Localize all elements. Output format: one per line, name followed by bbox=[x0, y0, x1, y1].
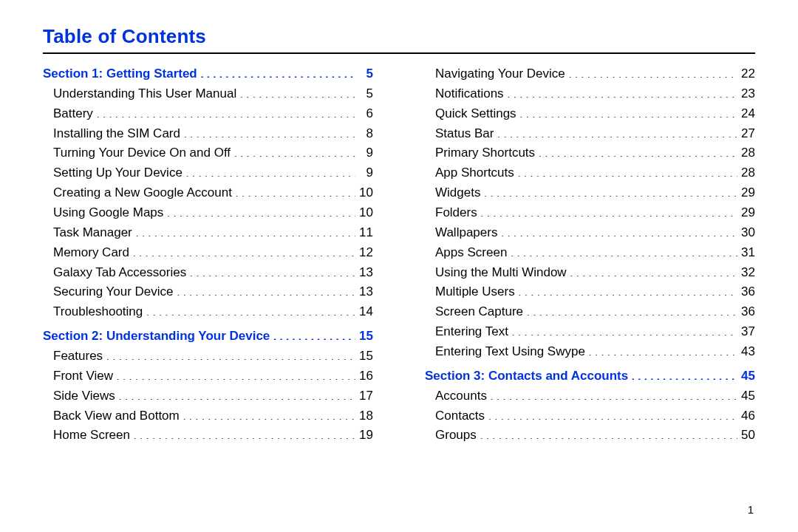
toc-entry-label: Multiple Users bbox=[435, 282, 517, 302]
toc-entry-row[interactable]: Apps Screen 31 bbox=[425, 243, 755, 263]
toc-entry-row[interactable]: Status Bar 27 bbox=[425, 124, 755, 144]
toc-entry-row[interactable]: Securing Your Device 13 bbox=[43, 282, 373, 302]
toc-entry-row[interactable]: Groups 50 bbox=[425, 426, 755, 446]
toc-page-number: 45 bbox=[739, 366, 755, 386]
toc-entry-row[interactable]: Task Manager 11 bbox=[43, 223, 373, 243]
toc-entry-label: Widgets bbox=[435, 183, 483, 203]
toc-entry-row[interactable]: Memory Card 12 bbox=[43, 243, 373, 263]
toc-page-number: 14 bbox=[357, 302, 373, 322]
toc-entry-row[interactable]: Screen Capture 36 bbox=[425, 302, 755, 322]
toc-entry-label: Quick Settings bbox=[435, 104, 519, 124]
toc-entry-label: Troubleshooting bbox=[53, 302, 146, 322]
toc-dot-leader bbox=[183, 407, 355, 420]
title-divider bbox=[43, 52, 755, 54]
toc-dot-leader bbox=[568, 65, 737, 78]
toc-page-number: 9 bbox=[357, 163, 373, 183]
toc-entry-label: Notifications bbox=[435, 84, 506, 104]
toc-dot-leader bbox=[273, 327, 355, 340]
toc-section-row[interactable]: Section 1: Getting Started 5 bbox=[43, 64, 373, 84]
toc-section-row[interactable]: Section 3: Contacts and Accounts 45 bbox=[425, 366, 755, 386]
toc-dot-leader bbox=[519, 105, 737, 117]
toc-entry-label: Entering Text Using Swype bbox=[435, 342, 587, 362]
toc-right-column: Navigating Your Device 22Notifications 2… bbox=[425, 64, 755, 446]
toc-entry-row[interactable]: Setting Up Your Device 9 bbox=[43, 163, 373, 183]
toc-entry-row[interactable]: Side Views 17 bbox=[43, 386, 373, 406]
toc-entry-row[interactable]: Installing the SIM Card 8 bbox=[43, 124, 373, 144]
toc-dot-leader bbox=[190, 264, 355, 276]
toc-entry-row[interactable]: Accounts 45 bbox=[425, 386, 755, 406]
toc-page-number: 46 bbox=[739, 406, 755, 426]
toc-entry-label: Screen Capture bbox=[435, 302, 525, 322]
toc-entry-label: Groups bbox=[435, 426, 479, 446]
toc-entry-label: Wallpapers bbox=[435, 223, 500, 243]
toc-entry-row[interactable]: Navigating Your Device 22 bbox=[425, 64, 755, 84]
toc-entry-label: Contacts bbox=[435, 406, 488, 426]
toc-page: Table of Contents Section 1: Getting Sta… bbox=[0, 0, 798, 532]
toc-dot-leader bbox=[517, 164, 737, 177]
toc-entry-row[interactable]: Multiple Users 36 bbox=[425, 282, 755, 302]
toc-entry-row[interactable]: Entering Text Using Swype 43 bbox=[425, 342, 755, 362]
toc-dot-leader bbox=[200, 65, 355, 78]
toc-page-number: 15 bbox=[357, 327, 373, 347]
toc-entry-label: Status Bar bbox=[435, 124, 497, 144]
toc-dot-leader bbox=[185, 164, 355, 177]
toc-dot-leader bbox=[233, 144, 355, 157]
toc-page-number: 18 bbox=[357, 406, 373, 426]
toc-dot-leader bbox=[539, 144, 737, 157]
toc-page-number: 37 bbox=[739, 322, 755, 342]
toc-entry-row[interactable]: Troubleshooting 14 bbox=[43, 302, 373, 322]
toc-entry-label: Understanding This User Manual bbox=[53, 84, 239, 104]
toc-entry-row[interactable]: Entering Text 37 bbox=[425, 322, 755, 342]
toc-entry-label: Features bbox=[53, 347, 106, 366]
toc-entry-row[interactable]: Back View and Bottom 18 bbox=[43, 406, 373, 426]
toc-section-row[interactable]: Section 2: Understanding Your Device 15 bbox=[43, 327, 373, 347]
toc-entry-row[interactable]: Battery 6 bbox=[43, 104, 373, 124]
toc-page-number: 36 bbox=[739, 302, 755, 322]
toc-dot-leader bbox=[518, 283, 737, 296]
toc-dot-leader bbox=[511, 323, 737, 335]
toc-entry-row[interactable]: Quick Settings 24 bbox=[425, 104, 755, 124]
toc-entry-row[interactable]: Using Google Maps 10 bbox=[43, 203, 373, 223]
toc-entry-label: Turning Your Device On and Off bbox=[53, 143, 233, 163]
toc-section-label: Section 2: Understanding Your Device bbox=[43, 327, 273, 347]
toc-dot-leader bbox=[480, 426, 737, 439]
toc-entry-row[interactable]: Understanding This User Manual 5 bbox=[43, 84, 373, 104]
toc-page-number: 16 bbox=[357, 366, 373, 386]
toc-entry-row[interactable]: Widgets 29 bbox=[425, 183, 755, 203]
toc-page-number: 5 bbox=[357, 64, 373, 84]
toc-section-label: Section 3: Contacts and Accounts bbox=[425, 366, 631, 386]
toc-entry-row[interactable]: Home Screen 19 bbox=[43, 426, 373, 446]
toc-page-number: 29 bbox=[739, 183, 755, 203]
toc-dot-leader bbox=[570, 264, 737, 276]
toc-entry-row[interactable]: Using the Multi Window 32 bbox=[425, 263, 755, 283]
toc-entry-row[interactable]: Turning Your Device On and Off 9 bbox=[43, 143, 373, 163]
toc-entry-label: Front View bbox=[53, 366, 115, 386]
toc-page-number: 9 bbox=[357, 143, 373, 163]
toc-dot-leader bbox=[480, 204, 737, 216]
toc-page-number: 6 bbox=[357, 104, 373, 124]
toc-dot-leader bbox=[488, 407, 737, 420]
toc-entry-label: Galaxy Tab Accessories bbox=[53, 263, 189, 283]
toc-entry-row[interactable]: Contacts 46 bbox=[425, 406, 755, 426]
toc-page-number: 30 bbox=[739, 223, 755, 243]
toc-entry-label: Using Google Maps bbox=[53, 203, 166, 223]
toc-dot-leader bbox=[167, 204, 355, 216]
toc-entry-row[interactable]: App Shortcuts 28 bbox=[425, 163, 755, 183]
toc-page-number: 10 bbox=[357, 203, 373, 223]
toc-page-number: 22 bbox=[739, 64, 755, 84]
toc-entry-row[interactable]: Features 15 bbox=[43, 347, 373, 366]
toc-entry-row[interactable]: Folders 29 bbox=[425, 203, 755, 223]
toc-dot-leader bbox=[183, 125, 355, 137]
toc-page-number: 45 bbox=[739, 386, 755, 406]
toc-dot-leader bbox=[177, 283, 355, 296]
toc-entry-row[interactable]: Creating a New Google Account 10 bbox=[43, 183, 373, 203]
toc-dot-leader bbox=[146, 303, 355, 316]
toc-page-number: 12 bbox=[357, 243, 373, 263]
toc-entry-row[interactable]: Notifications 23 bbox=[425, 84, 755, 104]
toc-entry-row[interactable]: Galaxy Tab Accessories 13 bbox=[43, 263, 373, 283]
toc-entry-label: Primary Shortcuts bbox=[435, 143, 538, 163]
toc-entry-row[interactable]: Wallpapers 30 bbox=[425, 223, 755, 243]
toc-entry-row[interactable]: Front View 16 bbox=[43, 366, 373, 386]
toc-entry-row[interactable]: Primary Shortcuts 28 bbox=[425, 143, 755, 163]
toc-page-number: 23 bbox=[739, 84, 755, 104]
